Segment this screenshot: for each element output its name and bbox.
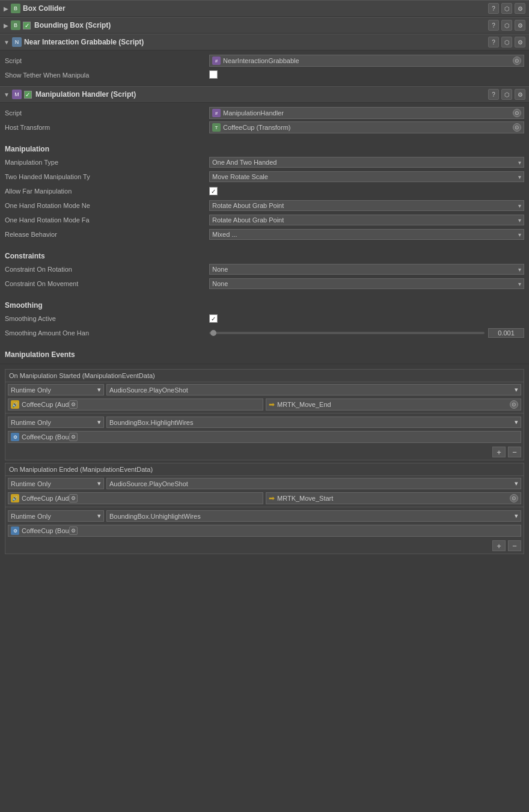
started-audio-arrow-1: ▾: [515, 386, 518, 394]
one-hand-fa-label: One Hand Rotation Mode Fa: [5, 216, 209, 224]
started-coffee-cup-bou-text: CoffeeCup (Bou: [22, 433, 69, 441]
started-coffee-cup-aud-text: CoffeeCup (Aud: [22, 401, 69, 408]
host-transform-value: T CoffeeCup (Transform) ⊙: [209, 121, 524, 133]
mh-gear-button[interactable]: ⚙: [515, 89, 525, 100]
ended-runtime-select-1[interactable]: Runtime Only ▾: [8, 478, 104, 489]
ended-runtime-select-2[interactable]: Runtime Only ▾: [8, 510, 104, 522]
bounding-box-checkbox[interactable]: ✓: [23, 22, 31, 29]
two-handed-label: Two Handed Manipulation Ty: [5, 173, 209, 180]
box-collider-icon: B: [11, 4, 20, 13]
constraint-movement-value: None ▾: [209, 278, 524, 289]
two-handed-arrow: ▾: [518, 174, 521, 180]
on-manipulation-ended-title: On Manipulation Ended (ManipulationEvent…: [5, 463, 524, 476]
started-mrtk-arrow: ➡: [269, 400, 275, 409]
ended-runtime-arrow-1: ▾: [97, 480, 101, 487]
show-tether-checkbox[interactable]: [209, 70, 218, 79]
bb-help-button[interactable]: ?: [488, 20, 499, 31]
ended-add-button[interactable]: +: [492, 540, 506, 551]
ni-help-button[interactable]: ?: [488, 37, 499, 47]
mh-expand-button[interactable]: ⬡: [501, 89, 512, 100]
smoothing-slider-track[interactable]: [209, 332, 485, 334]
started-coffee-cup-aud-gear[interactable]: ⚙: [69, 400, 78, 409]
help-button[interactable]: ?: [488, 3, 499, 14]
ended-coffee-cup-aud-gear[interactable]: ⚙: [69, 494, 78, 502]
allow-far-checkbox[interactable]: ✓: [209, 187, 218, 195]
ended-coffee-cup-aud-icon: 🔊: [11, 494, 19, 502]
started-mrtk-move-end-box: ➡ MRTK_Move_End ⊙: [266, 398, 521, 411]
smoothing-amount-row: Smoothing Amount One Han 0.001: [5, 326, 524, 340]
two-handed-select[interactable]: Move Rotate Scale ▾: [209, 171, 524, 182]
started-coffee-cup-bou-box: ⚙ CoffeeCup (Bou ⚙: [8, 431, 521, 443]
gear-button[interactable]: ⚙: [515, 3, 525, 14]
one-hand-fa-select[interactable]: Rotate About Grab Point ▾: [209, 215, 524, 225]
bb-expand-arrow[interactable]: ▶: [4, 22, 8, 29]
host-transform-circle[interactable]: ⊙: [513, 123, 521, 132]
constraint-movement-select[interactable]: None ▾: [209, 278, 524, 289]
ended-remove-button[interactable]: −: [508, 540, 521, 551]
started-bounding-select-2[interactable]: BoundingBox.HighlightWires ▾: [106, 417, 521, 428]
host-transform-row: Host Transform T CoffeeCup (Transform) ⊙: [5, 121, 524, 134]
script-value-container: # NearInteractionGrabbable ⊙: [209, 55, 524, 67]
ended-mrtk-circle[interactable]: ⊙: [510, 494, 518, 502]
script-circle-btn[interactable]: ⊙: [513, 56, 521, 65]
started-obj-row-2: ⚙ CoffeeCup (Bou ⚙: [5, 430, 524, 444]
mh-script-label: Script: [5, 109, 209, 117]
manipulation-events-title: Manipulation Events: [5, 350, 524, 359]
manipulation-type-select[interactable]: One And Two Handed ▾: [209, 157, 524, 168]
started-coffee-cup-aud-box: 🔊 CoffeeCup (Aud ⚙: [8, 398, 263, 411]
smoothing-slider-thumb[interactable]: [210, 330, 216, 336]
show-tether-row: Show Tether When Manipula: [5, 69, 524, 82]
constraint-rotation-arrow: ▾: [518, 266, 521, 273]
constraint-rotation-row: Constraint On Rotation None ▾: [5, 263, 524, 276]
release-behavior-label: Release Behavior: [5, 231, 209, 238]
mh-script-ref: # ManipulationHandler ⊙: [209, 107, 524, 119]
started-runtime-arrow-1: ▾: [97, 386, 101, 394]
started-divider-1: [5, 413, 524, 414]
ended-coffee-cup-bou-gear[interactable]: ⚙: [69, 527, 78, 535]
ended-divider-1: [5, 507, 524, 507]
started-add-remove-row: + −: [5, 444, 524, 460]
started-runtime-select-2[interactable]: Runtime Only ▾: [8, 417, 104, 428]
started-remove-button[interactable]: −: [508, 447, 521, 457]
smoothing-amount-container: 0.001: [209, 328, 524, 338]
script-label: Script: [5, 57, 209, 64]
bb-expand-button[interactable]: ⬡: [501, 20, 512, 31]
constraint-movement-text: None: [212, 280, 228, 287]
one-hand-fa-row: One Hand Rotation Mode Fa Rotate About G…: [5, 213, 524, 227]
mh-expand-arrow[interactable]: ▼: [4, 91, 10, 98]
started-coffee-cup-bou-gear[interactable]: ⚙: [69, 433, 78, 441]
started-select-row-1: Runtime Only ▾ AudioSource.PlayOneShot ▾: [5, 382, 524, 397]
ended-bounding-select-2[interactable]: BoundingBox.UnhighlightWires ▾: [106, 510, 521, 522]
started-mrtk-circle[interactable]: ⊙: [510, 400, 518, 409]
started-obj-row-1: 🔊 CoffeeCup (Aud ⚙ ➡ MRTK_Move_End ⊙: [5, 397, 524, 412]
expand-arrow[interactable]: ▶: [4, 5, 8, 12]
two-handed-value: Move Rotate Scale ▾: [209, 171, 524, 182]
manipulation-checkbox[interactable]: ✓: [24, 91, 32, 99]
expand-button[interactable]: ⬡: [501, 3, 512, 14]
mh-help-button[interactable]: ?: [488, 89, 499, 100]
ni-expand-arrow[interactable]: ▼: [4, 39, 10, 46]
bb-gear-button[interactable]: ⚙: [515, 20, 525, 31]
near-interaction-title: Near Interaction Grabbable (Script): [24, 38, 488, 46]
on-manipulation-ended-block: On Manipulation Ended (ManipulationEvent…: [5, 463, 524, 554]
release-behavior-select[interactable]: Mixed ... ▾: [209, 229, 524, 240]
constraint-rotation-select[interactable]: None ▾: [209, 264, 524, 275]
mh-script-circle[interactable]: ⊙: [513, 109, 521, 117]
one-hand-ne-select[interactable]: Rotate About Grab Point ▾: [209, 200, 524, 211]
script-ref-text: NearInteractionGrabbable: [223, 57, 299, 64]
started-audio-select-1[interactable]: AudioSource.PlayOneShot ▾: [106, 384, 521, 395]
smoothing-active-checkbox[interactable]: ✓: [209, 314, 218, 323]
bounding-box-title: Bounding Box (Script): [34, 21, 488, 29]
ended-coffee-cup-bou-icon: ⚙: [11, 527, 19, 535]
ended-audio-select-1[interactable]: AudioSource.PlayOneShot ▾: [106, 478, 521, 489]
constraint-rotation-label: Constraint On Rotation: [5, 266, 209, 273]
started-add-button[interactable]: +: [492, 447, 506, 457]
ni-gear-button[interactable]: ⚙: [515, 37, 525, 47]
on-manipulation-started-title: On Manipulation Started (ManipulationEve…: [5, 370, 524, 382]
mh-script-value: # ManipulationHandler ⊙: [209, 107, 524, 119]
ended-bounding-arrow-2: ▾: [515, 512, 518, 520]
started-audio-text-1: AudioSource.PlayOneShot: [109, 386, 188, 394]
started-runtime-select-1[interactable]: Runtime Only ▾: [8, 384, 104, 395]
ni-expand-button[interactable]: ⬡: [501, 37, 512, 47]
two-handed-row: Two Handed Manipulation Ty Move Rotate S…: [5, 170, 524, 183]
